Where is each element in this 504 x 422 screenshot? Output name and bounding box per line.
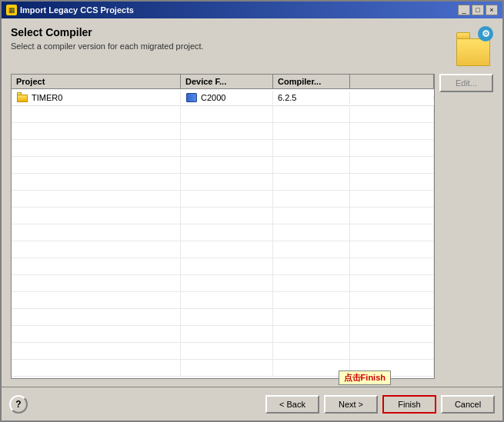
device-book	[186, 93, 197, 102]
table-row-empty	[12, 275, 434, 292]
next-button[interactable]: Next >	[324, 395, 378, 414]
title-bar-left: ▦ Import Legacy CCS Projects	[6, 5, 134, 15]
table-row-empty	[12, 224, 434, 241]
table-row-empty	[12, 309, 434, 326]
col-extra	[350, 75, 434, 88]
table-row-empty	[12, 140, 434, 157]
cell-device: C2000	[181, 91, 273, 105]
header-icon: ⚙	[453, 26, 493, 66]
cell-project: TIMER0	[12, 91, 181, 104]
maximize-button[interactable]: □	[472, 5, 484, 15]
table-header: Project Device F... Compiler...	[12, 75, 434, 89]
main-window: ▦ Import Legacy CCS Projects _ □ × Selec…	[0, 0, 504, 422]
bottom-bar: 点击Finish ? < Back Next > Finish Cancel	[2, 387, 502, 420]
table-row-empty	[12, 123, 434, 140]
table-row-empty	[12, 258, 434, 275]
finish-tooltip: 点击Finish	[339, 370, 391, 385]
table-body: TIMER0 C2000 6.2.5	[12, 89, 434, 378]
table-row[interactable]: TIMER0 C2000 6.2.5	[12, 89, 434, 106]
col-compiler: Compiler...	[273, 75, 350, 88]
window-icon: ▦	[6, 5, 17, 15]
table-row-empty	[12, 241, 434, 258]
table-row-empty	[12, 174, 434, 191]
cell-compiler: 6.2.5	[273, 91, 350, 104]
table-row-empty	[12, 326, 434, 343]
project-name: TIMER0	[32, 93, 62, 102]
table-row-empty	[12, 292, 434, 309]
table-row-empty	[12, 191, 434, 208]
edit-button[interactable]: Edit...	[439, 74, 493, 92]
col-project: Project	[12, 75, 181, 88]
header-text: Select Compiler Select a compiler versio…	[11, 26, 453, 51]
title-controls: _ □ ×	[458, 5, 498, 15]
table-row-empty	[12, 343, 434, 360]
title-bar: ▦ Import Legacy CCS Projects _ □ ×	[2, 2, 502, 18]
gear-badge-icon: ⚙	[478, 26, 493, 42]
folder-body	[456, 38, 490, 66]
folder-small-body	[17, 95, 28, 102]
page-title: Select Compiler	[11, 26, 453, 38]
cancel-button[interactable]: Cancel	[441, 395, 495, 414]
device-icon	[185, 92, 198, 103]
header-section: Select Compiler Select a compiler versio…	[11, 26, 493, 66]
folder-large-icon: ⚙	[453, 26, 493, 66]
col-device: Device F...	[181, 75, 273, 88]
table-row-empty	[12, 106, 434, 123]
cell-extra	[350, 96, 434, 99]
main-area: Project Device F... Compiler... TIMER0	[11, 74, 493, 379]
device-name: C2000	[201, 93, 225, 102]
table-row-empty	[12, 157, 434, 174]
side-buttons: Edit...	[439, 74, 493, 379]
content-area: Select Compiler Select a compiler versio…	[2, 18, 502, 387]
window-title: Import Legacy CCS Projects	[20, 5, 134, 15]
page-subtitle: Select a compiler version for each migra…	[11, 42, 453, 51]
back-button[interactable]: < Back	[265, 395, 319, 414]
finish-button[interactable]: Finish	[382, 395, 436, 414]
project-table: Project Device F... Compiler... TIMER0	[11, 74, 435, 379]
close-button[interactable]: ×	[486, 5, 498, 15]
table-row-empty	[12, 208, 434, 224]
folder-small-icon	[16, 92, 28, 102]
folder-tab	[456, 32, 470, 38]
minimize-button[interactable]: _	[458, 5, 470, 15]
help-button[interactable]: ?	[9, 395, 28, 414]
